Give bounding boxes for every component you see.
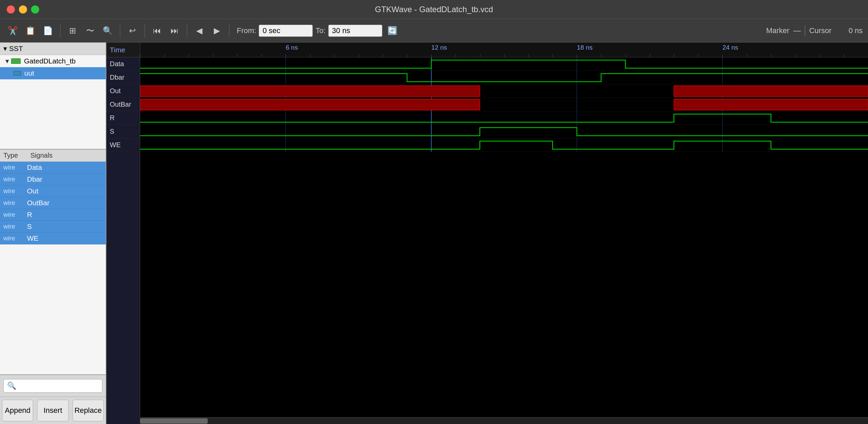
from-input[interactable]	[259, 25, 313, 37]
signal-type-we: wire	[0, 235, 27, 242]
titlebar-buttons	[7, 5, 39, 14]
svg-rect-0	[140, 57, 868, 71]
to-input[interactable]	[328, 25, 382, 37]
time-tick	[819, 54, 820, 57]
wave-row-dbar[interactable]	[140, 71, 868, 84]
signal-row-r[interactable]: wire R	[0, 209, 106, 221]
waveform-canvas[interactable]: 6 ns12 ns18 ns24 ns	[140, 43, 868, 424]
scrollbar-thumb[interactable]	[140, 418, 208, 424]
wave-row-s[interactable]	[140, 125, 868, 138]
left-panel: ▾ SST ▾ GatedDLatch_tb uut Type Signals …	[0, 43, 106, 424]
wave-label-s: S	[106, 125, 140, 138]
wave-container: Time Data Dbar Out OutBar R S WE 6 ns12 …	[106, 43, 868, 424]
time-tick	[844, 54, 844, 57]
bottom-buttons: Append Insert Replace	[0, 397, 106, 424]
waveform-icon[interactable]: 〜	[83, 23, 98, 38]
cursor-value: 0 ns	[836, 26, 863, 35]
signal-type-s: wire	[0, 223, 27, 230]
signal-row-s[interactable]: wire S	[0, 221, 106, 233]
signal-row-we[interactable]: wire WE	[0, 233, 106, 244]
zoom-out-icon[interactable]: ◀	[192, 23, 207, 38]
undo-icon[interactable]: ↩	[125, 23, 140, 38]
signal-type-out: wire	[0, 187, 27, 195]
toolbar: ✂️ 📋 📄 ⊞ 〜 🔍 ↩ ⏮ ⏭ ◀ ▶ From: To: 🔄 Marke…	[0, 19, 868, 43]
signal-name-outbar: OutBar	[27, 199, 106, 207]
from-group: From: To:	[237, 25, 382, 37]
cursor-label: Cursor	[809, 26, 832, 35]
signal-row-outbar[interactable]: wire OutBar	[0, 197, 106, 209]
chip-icon	[11, 58, 21, 64]
time-marker-label: 24 ns	[722, 44, 738, 51]
type-column-header: Type	[0, 151, 27, 160]
go-start-icon[interactable]: ⏮	[150, 23, 164, 38]
wave-svg-data	[140, 57, 868, 71]
time-tick	[674, 54, 674, 57]
tree-item-tb[interactable]: ▾ GatedDLatch_tb	[0, 55, 106, 67]
from-label: From:	[237, 26, 256, 35]
tree-expand-icon: ▾	[5, 57, 9, 65]
sst-label: SST	[9, 45, 23, 53]
signal-name-data: Data	[27, 163, 106, 171]
scrollbar-area[interactable]	[140, 417, 868, 424]
signal-name-out: Out	[27, 187, 106, 195]
signal-row-out[interactable]: wire Out	[0, 185, 106, 197]
search2-icon[interactable]: 🔍	[100, 23, 115, 38]
search-area: 🔍	[0, 374, 106, 397]
append-button[interactable]: Append	[2, 400, 33, 421]
tree-item-uut[interactable]: uut	[0, 67, 106, 79]
signal-row-dbar[interactable]: wire Dbar	[0, 174, 106, 185]
wave-label-dbar: Dbar	[106, 71, 140, 84]
refresh-icon[interactable]: 🔄	[385, 23, 400, 38]
time-tick	[140, 54, 141, 57]
signal-type-dbar: wire	[0, 176, 27, 183]
signal-row-data[interactable]: wire Data	[0, 162, 106, 174]
time-marker-label: 18 ns	[577, 44, 592, 51]
cut-icon[interactable]: ✂️	[5, 23, 20, 38]
time-tick	[553, 54, 553, 57]
search-input[interactable]	[19, 382, 107, 390]
wave-svg-we	[140, 138, 868, 152]
wave-row-r[interactable]	[140, 111, 868, 125]
minimize-button[interactable]	[19, 5, 27, 14]
svg-rect-28	[140, 99, 480, 110]
time-tick	[237, 54, 237, 57]
svg-rect-18	[140, 86, 480, 97]
wave-row-out[interactable]	[140, 84, 868, 98]
wave-row-data[interactable]	[140, 57, 868, 71]
wave-svg-dbar	[140, 71, 868, 84]
insert-button[interactable]: Insert	[37, 400, 68, 421]
marker-group: Marker — Cursor 0 ns	[766, 25, 863, 36]
to-label: To:	[315, 26, 325, 35]
replace-button[interactable]: Replace	[73, 400, 104, 421]
time-marker-label: 12 ns	[431, 44, 447, 51]
toolbar-sep-4	[187, 24, 187, 37]
wire-icon	[14, 71, 21, 76]
wave-rows	[140, 57, 868, 152]
search-box[interactable]: 🔍	[3, 379, 102, 393]
svg-rect-6	[140, 71, 868, 84]
go-end-icon[interactable]: ⏭	[167, 23, 182, 38]
zoom-in-icon[interactable]: ▶	[209, 23, 224, 38]
waveform-area[interactable]: Time Data Dbar Out OutBar R S WE 6 ns12 …	[106, 43, 868, 424]
maximize-button[interactable]	[31, 5, 39, 14]
toolbar-sep-1	[60, 24, 60, 37]
signal-name-dbar: Dbar	[27, 175, 106, 183]
toolbar-sep-5	[229, 24, 229, 37]
time-tick	[601, 54, 602, 57]
time-tick	[480, 54, 480, 57]
close-button[interactable]	[7, 5, 15, 14]
svg-rect-38	[140, 125, 868, 138]
scrollbar-track	[140, 418, 868, 424]
wave-row-we[interactable]	[140, 138, 868, 152]
paste-icon[interactable]: 📄	[41, 23, 55, 38]
time-tick	[261, 54, 262, 57]
sst-tree[interactable]: ▾ GatedDLatch_tb uut	[0, 55, 106, 150]
marker-label: Marker	[766, 26, 789, 35]
copy-icon[interactable]: 📋	[23, 23, 38, 38]
grid-icon[interactable]: ⊞	[65, 23, 80, 38]
wave-row-outbar[interactable]	[140, 98, 868, 111]
tree-item-label-tb: GatedDLatch_tb	[24, 57, 76, 65]
signals-list[interactable]: wire Data wire Dbar wire Out wire OutBar…	[0, 162, 106, 374]
time-tick	[359, 54, 359, 57]
time-ruler: 6 ns12 ns18 ns24 ns	[140, 43, 868, 57]
